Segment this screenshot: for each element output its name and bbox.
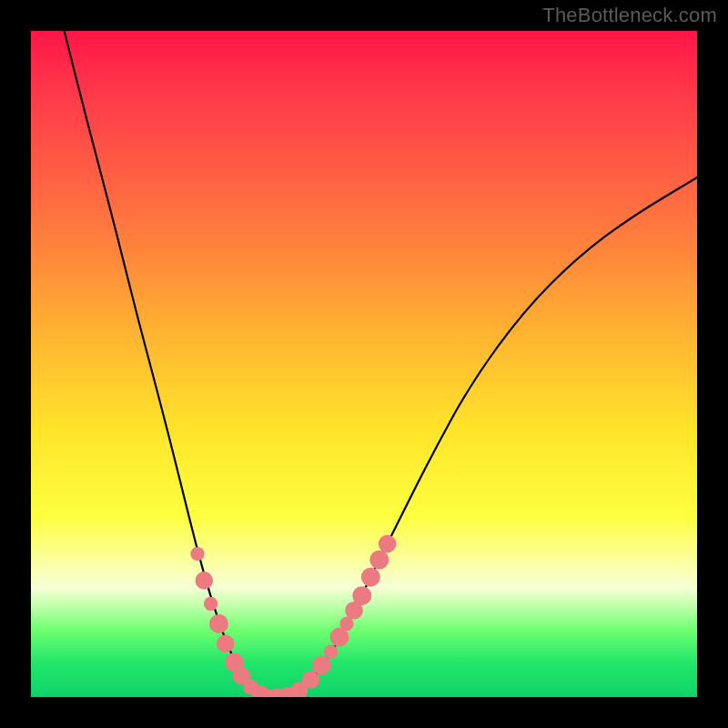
bead — [379, 535, 397, 553]
bead — [290, 682, 308, 697]
bead — [190, 547, 204, 561]
bead — [369, 551, 389, 570]
bead — [204, 597, 217, 611]
watermark-text: TheBottleneck.com — [542, 4, 717, 27]
plot-area — [31, 31, 697, 697]
bead — [225, 652, 244, 672]
bead — [268, 688, 287, 697]
bead — [312, 655, 331, 674]
curve-beads — [190, 535, 396, 697]
bead — [243, 680, 258, 695]
bead — [324, 645, 338, 659]
bead — [262, 690, 276, 697]
chart-frame: TheBottleneck.com — [0, 0, 728, 728]
bead — [345, 602, 363, 620]
bead — [329, 628, 349, 647]
bead — [352, 586, 371, 605]
bead — [217, 635, 235, 653]
bead — [252, 685, 270, 697]
bead — [209, 614, 228, 633]
curve-svg — [31, 31, 697, 697]
bead — [196, 571, 214, 590]
bead — [339, 617, 353, 631]
bead — [302, 671, 320, 689]
bead — [279, 687, 298, 697]
bottleneck-curve — [65, 31, 697, 697]
bead — [361, 568, 380, 587]
bead — [233, 667, 251, 685]
